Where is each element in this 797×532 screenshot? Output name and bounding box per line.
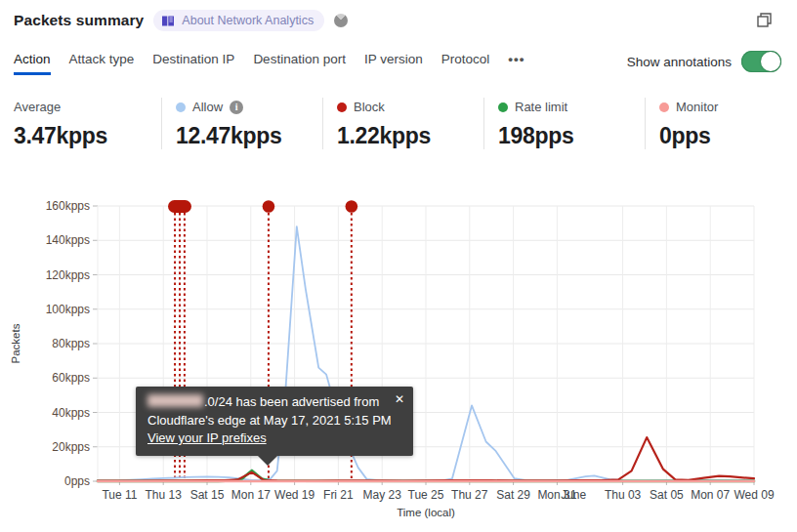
- svg-text:Mon 07: Mon 07: [691, 488, 730, 502]
- stat-label: Rate limit: [515, 100, 567, 115]
- svg-text:0pps: 0pps: [64, 474, 90, 488]
- stats-row: Average 3.47kpps Allow 12.47kpps Block 1…: [0, 98, 797, 149]
- rate-limit-dot-icon: [498, 102, 508, 112]
- stat-block: Block 1.22kpps: [322, 98, 483, 149]
- tab-ip-version[interactable]: IP version: [364, 51, 423, 75]
- redacted-ip-prefix: [147, 394, 203, 407]
- stat-label: Monitor: [676, 100, 718, 115]
- monitor-dot-icon: [659, 102, 669, 112]
- header: Packets summary About Network Analytics: [14, 10, 348, 31]
- svg-text:Thu 13: Thu 13: [146, 488, 183, 502]
- svg-text:40kpps: 40kpps: [52, 406, 90, 420]
- stat-value: 198pps: [498, 123, 645, 149]
- svg-text:140kpps: 140kpps: [46, 233, 90, 247]
- svg-text:160kpps: 160kpps: [46, 199, 90, 213]
- svg-text:Tue 11: Tue 11: [102, 488, 137, 502]
- svg-text:Fri 21: Fri 21: [323, 488, 354, 502]
- y-axis-title: Packets: [10, 323, 21, 363]
- stat-value: 12.47kpps: [176, 123, 322, 149]
- svg-text:Sat 29: Sat 29: [496, 488, 530, 502]
- show-annotations-label: Show annotations: [627, 55, 732, 69]
- svg-text:Sat 15: Sat 15: [190, 488, 225, 502]
- svg-text:80kpps: 80kpps: [52, 337, 90, 350]
- svg-text:120kpps: 120kpps: [46, 268, 90, 282]
- badge-label: About Network Analytics: [182, 14, 314, 27]
- stat-average: Average 3.47kpps: [0, 98, 161, 149]
- stat-allow: Allow 12.47kpps: [161, 98, 322, 149]
- toggle-knob: [761, 52, 780, 71]
- svg-text:20kpps: 20kpps: [52, 440, 90, 454]
- packets-chart[interactable]: Packets Time (local) 0pps20kpps40kpps60k…: [0, 185, 797, 532]
- close-icon[interactable]: ✕: [395, 390, 404, 409]
- tooltip-line2: Cloudflare's edge at May 17, 2021 5:15 P…: [147, 412, 401, 430]
- annotation-tooltip: ✕ .0/24 has been advertised from Cloudfl…: [136, 387, 413, 456]
- svg-text:May 23: May 23: [363, 488, 402, 502]
- svg-text:60kpps: 60kpps: [52, 371, 90, 385]
- tab-destination-ip[interactable]: Destination IP: [152, 51, 234, 75]
- dimension-tabs: Action Attack type Destination IP Destin…: [14, 51, 524, 75]
- tab-destination-port[interactable]: Destination port: [253, 51, 346, 75]
- svg-text:Thu 27: Thu 27: [451, 488, 488, 502]
- block-dot-icon: [337, 102, 347, 112]
- stat-monitor: Monitor 0pps: [645, 98, 797, 149]
- stat-value: 0pps: [659, 123, 797, 149]
- duplicate-window-icon[interactable]: [757, 13, 772, 27]
- svg-text:Thu 03: Thu 03: [605, 488, 642, 502]
- tooltip-arrow: [257, 455, 278, 466]
- tab-more-ellipsis-icon[interactable]: •••: [508, 51, 524, 75]
- allow-dot-icon: [176, 102, 186, 112]
- svg-text:100kpps: 100kpps: [46, 303, 90, 316]
- view-ip-prefixes-link[interactable]: View your IP prefixes: [147, 430, 267, 445]
- info-icon[interactable]: [230, 101, 243, 114]
- about-network-analytics-badge[interactable]: About Network Analytics: [153, 10, 324, 31]
- svg-text:Mon 17: Mon 17: [231, 488, 271, 502]
- show-annotations-toggle[interactable]: [741, 51, 781, 72]
- page-title: Packets summary: [14, 12, 144, 29]
- svg-text:June: June: [561, 488, 586, 502]
- book-icon: [161, 15, 175, 27]
- tab-action[interactable]: Action: [14, 51, 51, 75]
- show-annotations-control: Show annotations: [627, 51, 781, 72]
- tab-attack-type[interactable]: Attack type: [69, 51, 135, 75]
- stat-label: Block: [354, 100, 385, 115]
- tooltip-line1: .0/24 has been advertised from: [147, 393, 401, 412]
- chart-area: Packets Time (local) 0pps20kpps40kpps60k…: [0, 185, 797, 532]
- svg-text:Wed 09: Wed 09: [734, 488, 774, 502]
- x-axis-title: Time (local): [397, 507, 455, 518]
- svg-text:Wed 19: Wed 19: [274, 488, 315, 502]
- network-analytics-panel: Packets summary About Network Analytics …: [0, 0, 797, 532]
- stat-rate-limit: Rate limit 198pps: [483, 98, 645, 149]
- svg-text:Tue 25: Tue 25: [408, 488, 444, 502]
- stat-label: Allow: [192, 100, 223, 115]
- tab-protocol[interactable]: Protocol: [441, 51, 490, 75]
- svg-text:Sat 05: Sat 05: [650, 488, 684, 502]
- stat-value: 1.22kpps: [337, 123, 483, 149]
- stat-label: Average: [14, 100, 61, 115]
- stat-value: 3.47kpps: [14, 123, 161, 149]
- usage-pie-icon[interactable]: [334, 14, 348, 27]
